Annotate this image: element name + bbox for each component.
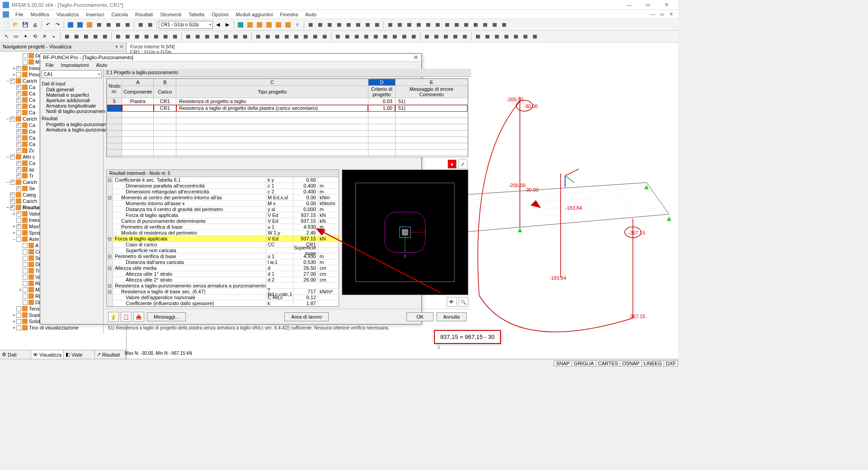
tb-b1[interactable] <box>66 20 75 29</box>
inter-row[interactable]: Momento intorno all'asse xM x0.00kNm/m <box>107 201 339 207</box>
tb-open[interactable]: 📂 <box>11 20 20 29</box>
tb2-2[interactable]: ▭ <box>11 32 20 41</box>
tb2-3[interactable]: ✦ <box>21 32 30 41</box>
tb-b9[interactable]: ▦ <box>146 20 155 29</box>
dlg-tree-nodi[interactable]: Nodi di taglio-punzonamen <box>42 108 102 114</box>
inter-row[interactable]: ⊟Resistenza a taglio-punzonamento senza … <box>107 283 339 289</box>
inter-grid[interactable]: ⊟Coefficiente k sec. Tabella 6.1k y0.60D… <box>107 177 339 306</box>
tb2-51[interactable]: ▦ <box>502 32 511 41</box>
inter-row[interactable]: ⊟Coefficiente k sec. Tabella 6.1k y0.60 <box>107 177 339 183</box>
tb-e12[interactable]: ▦ <box>490 20 499 29</box>
tb2-14[interactable]: ▦ <box>132 32 142 41</box>
menu-risultati[interactable]: Risultati <box>132 11 156 18</box>
tb-c5[interactable] <box>274 20 283 29</box>
mdi-close[interactable]: ✕ <box>666 11 675 17</box>
tb2-27[interactable]: ▦ <box>263 32 272 41</box>
nav-tab-visualizza[interactable]: 👁Visualizza <box>31 350 64 359</box>
tb-b8[interactable]: ▦ <box>136 20 145 29</box>
tb-b4[interactable]: ▦ <box>94 20 104 29</box>
tb2-13[interactable]: ▦ <box>123 32 132 41</box>
tb2-18[interactable]: ▦ <box>170 32 179 41</box>
inter-row[interactable]: Coefficiente (influenzato dallo spessore… <box>107 301 339 306</box>
tb2-15[interactable]: ▦ <box>142 32 151 41</box>
dlg-btn-export[interactable]: 📤 <box>133 312 144 322</box>
inter-row[interactable]: ⊟Perimetro di verifica di baseu 14.930m <box>107 254 339 259</box>
tb2-38[interactable]: ▦ <box>371 32 380 41</box>
tb-c4[interactable] <box>264 20 274 29</box>
tb-b5[interactable]: ▦ <box>104 20 113 29</box>
tb2-47[interactable]: ▦ <box>460 32 469 41</box>
inter-row[interactable]: Modulo di resistenza del perimetroW 1,y2… <box>107 230 339 236</box>
tb-d5[interactable]: ▦ <box>344 20 353 29</box>
inter-row[interactable]: ⊟Momento al centro del perimetro intorno… <box>107 195 339 201</box>
inter-row[interactable]: Distanza dall'area caricatal w,10.530m <box>107 259 339 265</box>
dlg-annulla-button[interactable]: Annulla <box>436 312 467 321</box>
tb-e9[interactable]: ▦ <box>462 20 471 29</box>
tb2-54[interactable]: ▦ <box>530 32 539 41</box>
tb-save[interactable]: 💾 <box>21 20 30 29</box>
status-tag-griglia[interactable]: GRIGLIA <box>571 360 596 367</box>
tb-print[interactable]: 🖨 <box>30 20 39 29</box>
grid-row[interactable]: CR1Resistenza a taglio di progetto della… <box>107 105 468 112</box>
tb2-37[interactable]: ▦ <box>362 32 371 41</box>
dlg-tree-dati-generali[interactable]: Dati generali <box>42 87 102 92</box>
dlg-tree-progetto[interactable]: Progetto a taglio-punzonament <box>42 122 102 127</box>
tb-b7[interactable]: ▦ <box>123 20 132 29</box>
grid-tool-2[interactable]: ⤢ <box>458 160 467 169</box>
inter-row[interactable]: Forza di taglio applicataV Ed937.15kN <box>107 212 339 218</box>
tb-e13[interactable]: ▦ <box>500 20 509 29</box>
maximize-button[interactable]: ▭ <box>639 0 657 10</box>
tb-e10[interactable]: ▦ <box>471 20 480 29</box>
inter-row[interactable]: Perimetro di verifica di baseu 14.930m <box>107 224 339 230</box>
tb2-31[interactable]: ▦ <box>301 32 310 41</box>
tb-prev[interactable]: ◀ <box>213 20 222 29</box>
tb2-45[interactable]: ▦ <box>441 32 450 41</box>
inter-row[interactable]: Carico di punzonamento determinanteV Ed9… <box>107 218 339 224</box>
tb2-30[interactable]: ▦ <box>292 32 301 41</box>
tb2-11[interactable]: ▦ <box>100 32 109 41</box>
status-tag-dxf[interactable]: DXF <box>664 360 678 367</box>
tb2-22[interactable]: ▦ <box>212 32 221 41</box>
tb2-16[interactable]: ▦ <box>151 32 160 41</box>
tb-redo[interactable]: ↷ <box>53 20 62 29</box>
tb-e8[interactable]: ▦ <box>452 20 461 29</box>
inter-row[interactable]: Superficie non caricataSuperficie supe <box>107 248 339 254</box>
tb-e6[interactable]: ▦ <box>433 20 442 29</box>
tb-b3[interactable] <box>85 20 94 29</box>
dlg-tree-armatura-result[interactable]: Armatura a taglio-punzonamen <box>42 127 102 132</box>
mdi-restore[interactable]: ▭ <box>657 11 666 17</box>
menu-strumenti[interactable]: Strumenti <box>156 11 185 18</box>
tb-c1[interactable] <box>236 20 245 29</box>
preview-zoom-button[interactable]: 🔍 <box>458 297 468 307</box>
tb-e1[interactable]: ▦ <box>386 20 395 29</box>
tb2-42[interactable]: ▦ <box>409 32 418 41</box>
tb-new[interactable]: 📄 <box>2 20 11 29</box>
grid-row[interactable]: 5PiastraCR1Resistenza di progetto a tagl… <box>107 98 468 105</box>
navigator-pin[interactable]: ▾ ✕ <box>115 44 123 50</box>
tb-b6[interactable]: ▦ <box>113 20 123 29</box>
inter-row[interactable]: Valore dell'appendice nazionaleC Rd,c0.1… <box>107 295 339 301</box>
tb-c3[interactable] <box>255 20 264 29</box>
preview-3d[interactable]: x y <box>342 169 468 295</box>
tb2-43[interactable]: ▦ <box>422 32 431 41</box>
tb2-39[interactable]: ▦ <box>381 32 390 41</box>
tb2-44[interactable]: ▦ <box>432 32 441 41</box>
tb2-20[interactable]: ▦ <box>193 32 202 41</box>
menu-visualizza[interactable]: Visualizza <box>53 11 82 18</box>
tb2-40[interactable]: ▦ <box>390 32 399 41</box>
menu-file[interactable]: File <box>12 11 27 18</box>
tb-e2[interactable]: ▦ <box>395 20 404 29</box>
menu-inserisci[interactable]: Inserisci <box>82 11 108 18</box>
tb2-52[interactable]: ▦ <box>511 32 520 41</box>
tb2-34[interactable]: ▦ <box>333 32 342 41</box>
tb-c7[interactable]: ▿ <box>293 20 302 29</box>
tb2-28[interactable]: ▦ <box>273 32 282 41</box>
tb-e4[interactable]: ▦ <box>414 20 423 29</box>
dlg-tree-materiali[interactable]: Materiali e superfici <box>42 92 102 98</box>
tb2-19[interactable]: ▦ <box>184 32 193 41</box>
preview-eye-button[interactable]: 👁 <box>447 297 457 307</box>
nav-tab-dati[interactable]: ⚙Dati <box>0 350 31 359</box>
tb2-49[interactable]: ▦ <box>483 32 492 41</box>
tb2-24[interactable]: ▦ <box>231 32 240 41</box>
dialog-close-button[interactable]: ✕ <box>405 54 419 61</box>
